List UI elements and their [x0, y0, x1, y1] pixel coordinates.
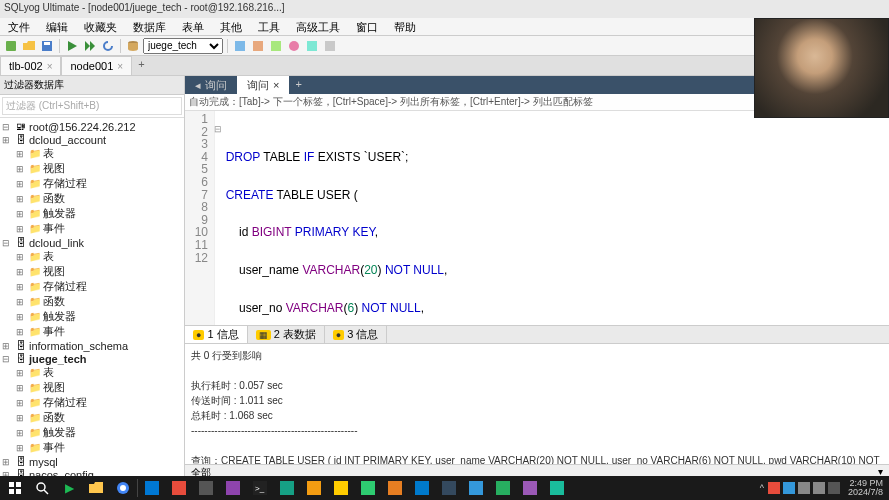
db-select-icon[interactable]: [125, 38, 141, 54]
tree-toggle-icon[interactable]: ⊞: [16, 164, 26, 174]
tree-node[interactable]: ⊞📁存储过程: [2, 279, 182, 294]
media-player-icon[interactable]: ▶: [56, 477, 82, 499]
tree-node[interactable]: ⊞📁视图: [2, 161, 182, 176]
tree-node[interactable]: ⊞📁触发器: [2, 425, 182, 440]
tray-expand-icon[interactable]: ^: [760, 483, 764, 493]
output-body[interactable]: 共 0 行受到影响 执行耗时 : 0.057 sec 传送时间 : 1.011 …: [185, 344, 889, 464]
menu-other[interactable]: 其他: [212, 18, 250, 35]
app-icon[interactable]: [220, 477, 246, 499]
tool-icon-4[interactable]: [286, 38, 302, 54]
close-icon[interactable]: ×: [47, 61, 53, 72]
refresh-icon[interactable]: [100, 38, 116, 54]
volume-icon[interactable]: [813, 482, 825, 494]
app-icon[interactable]: [463, 477, 489, 499]
close-icon[interactable]: ×: [273, 79, 279, 91]
sql-editor[interactable]: 123456789101112 ⊟ DROP TABLE IF EXISTS `…: [185, 111, 889, 325]
tree-toggle-icon[interactable]: ⊞: [16, 368, 26, 378]
menu-window[interactable]: 窗口: [348, 18, 386, 35]
tree-node[interactable]: ⊞📁事件: [2, 440, 182, 455]
conn-tab-2[interactable]: node001×: [61, 56, 132, 75]
tree-toggle-icon[interactable]: ⊞: [16, 149, 26, 159]
tree-node[interactable]: ⊟🗄dcloud_link: [2, 236, 182, 249]
tree-toggle-icon[interactable]: ⊞: [2, 457, 12, 467]
menu-favorites[interactable]: 收藏夹: [76, 18, 125, 35]
tree-toggle-icon[interactable]: ⊞: [16, 282, 26, 292]
menu-table[interactable]: 表单: [174, 18, 212, 35]
tree-toggle-icon[interactable]: ⊟: [2, 238, 12, 248]
tree-toggle-icon[interactable]: ⊞: [16, 179, 26, 189]
tree-toggle-icon[interactable]: ⊞: [16, 312, 26, 322]
tree-node[interactable]: ⊞🗄information_schema: [2, 339, 182, 352]
wifi-icon[interactable]: [798, 482, 810, 494]
tree-toggle-icon[interactable]: ⊟: [2, 354, 12, 364]
tree-toggle-icon[interactable]: ⊞: [16, 252, 26, 262]
tree-node[interactable]: ⊞📁存储过程: [2, 176, 182, 191]
tree-node[interactable]: ⊟🖳root@156.224.26.212: [2, 120, 182, 133]
tree-node[interactable]: ⊞🗄mysql: [2, 455, 182, 468]
tree-toggle-icon[interactable]: ⊞: [16, 297, 26, 307]
add-query-tab[interactable]: +: [289, 76, 307, 94]
database-select[interactable]: juege_tech: [143, 38, 223, 54]
app-icon[interactable]: [517, 477, 543, 499]
tool-icon-2[interactable]: [250, 38, 266, 54]
tool-icon-5[interactable]: [304, 38, 320, 54]
search-icon[interactable]: [29, 477, 55, 499]
tree-toggle-icon[interactable]: ⊞: [16, 443, 26, 453]
tree-node[interactable]: ⊞🗄dcloud_account: [2, 133, 182, 146]
query-tab-2[interactable]: 询问 ×: [237, 76, 289, 94]
tree-toggle-icon[interactable]: ⊞: [16, 383, 26, 393]
tree-node[interactable]: ⊞📁事件: [2, 324, 182, 339]
system-tray[interactable]: ^ 2:49 PM 2024/7/8: [760, 479, 887, 497]
new-connection-icon[interactable]: [3, 38, 19, 54]
chrome-icon[interactable]: [110, 477, 136, 499]
execute-icon[interactable]: [64, 38, 80, 54]
app-icon[interactable]: [355, 477, 381, 499]
menu-tools[interactable]: 工具: [250, 18, 288, 35]
schema-tree[interactable]: ⊟🖳root@156.224.26.212⊞🗄dcloud_account⊞📁表…: [0, 118, 184, 480]
app-icon[interactable]: [166, 477, 192, 499]
close-icon[interactable]: ×: [117, 61, 123, 72]
code-area[interactable]: ⊟ DROP TABLE IF EXISTS `USER`; CREATE TA…: [215, 111, 889, 325]
tree-node[interactable]: ⊞📁事件: [2, 221, 182, 236]
tree-toggle-icon[interactable]: ⊞: [16, 413, 26, 423]
tree-node[interactable]: ⊞📁存储过程: [2, 395, 182, 410]
tree-toggle-icon[interactable]: ⊞: [16, 194, 26, 204]
menu-edit[interactable]: 编辑: [38, 18, 76, 35]
tree-node[interactable]: ⊞📁函数: [2, 410, 182, 425]
save-icon[interactable]: [39, 38, 55, 54]
tree-toggle-icon[interactable]: ⊞: [16, 267, 26, 277]
taskbar-clock[interactable]: 2:49 PM 2024/7/8: [844, 479, 887, 497]
tree-node[interactable]: ⊞📁视图: [2, 264, 182, 279]
tree-toggle-icon[interactable]: ⊞: [16, 209, 26, 219]
menu-help[interactable]: 帮助: [386, 18, 424, 35]
start-button[interactable]: [2, 477, 28, 499]
app-icon[interactable]: [436, 477, 462, 499]
tree-toggle-icon[interactable]: ⊞: [2, 135, 12, 145]
menu-file[interactable]: 文件: [0, 18, 38, 35]
app-icon[interactable]: [328, 477, 354, 499]
menu-advtools[interactable]: 高级工具: [288, 18, 348, 35]
explorer-icon[interactable]: [83, 477, 109, 499]
sidebar-filter[interactable]: 过滤器 (Ctrl+Shift+B): [0, 95, 184, 118]
tree-toggle-icon[interactable]: ⊞: [16, 327, 26, 337]
tree-toggle-icon[interactable]: ⊞: [16, 398, 26, 408]
output-tab-data[interactable]: ▦2 表数据: [248, 326, 325, 343]
app-icon[interactable]: [193, 477, 219, 499]
add-conn-tab[interactable]: +: [132, 56, 150, 75]
tray-icon[interactable]: [768, 482, 780, 494]
tree-node[interactable]: ⊞📁函数: [2, 191, 182, 206]
app-icon[interactable]: [139, 477, 165, 499]
vscode-icon[interactable]: [409, 477, 435, 499]
execute-all-icon[interactable]: [82, 38, 98, 54]
tree-node[interactable]: ⊞📁触发器: [2, 206, 182, 221]
app-icon[interactable]: [274, 477, 300, 499]
terminal-icon[interactable]: >_: [247, 477, 273, 499]
tree-toggle-icon[interactable]: ⊟: [2, 122, 12, 132]
open-icon[interactable]: [21, 38, 37, 54]
tool-icon-6[interactable]: [322, 38, 338, 54]
app-icon[interactable]: [544, 477, 570, 499]
output-tab-msg[interactable]: ●3 信息: [325, 326, 388, 343]
ime-icon[interactable]: [828, 482, 840, 494]
tree-toggle-icon[interactable]: ⊞: [2, 341, 12, 351]
tree-node[interactable]: ⊞📁触发器: [2, 309, 182, 324]
